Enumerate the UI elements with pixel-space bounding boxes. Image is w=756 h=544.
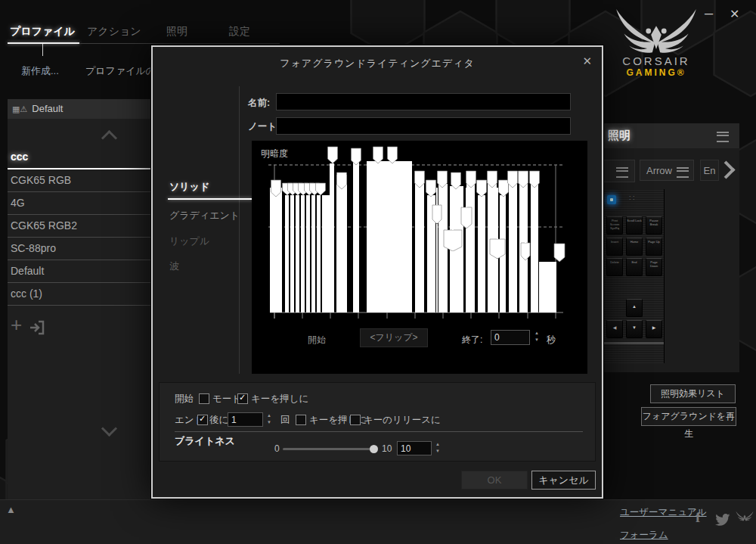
after-checkbox[interactable]	[197, 415, 208, 425]
key-release-checkbox[interactable]	[350, 415, 361, 425]
profile-item[interactable]: 4G	[8, 192, 153, 215]
mode-dropdown[interactable]: Arrow	[640, 160, 694, 181]
repeat-count-stepper[interactable]	[265, 412, 273, 427]
arrow-key[interactable]: ◀	[606, 320, 623, 338]
effect-tab-0[interactable]: ソリッド	[169, 180, 209, 194]
key[interactable]: Pause Break	[646, 216, 662, 235]
forum-link[interactable]: フォーラム	[620, 529, 668, 542]
profile-list: cccCGK65 RGB4GCGK65 RGB2SC-88proDefaultc…	[8, 146, 153, 306]
footer-bar: ▲ ユーザーマニュアル フォーラム f	[0, 499, 756, 544]
main-tab-2[interactable]: 照明	[166, 25, 187, 39]
scroll-up-icon[interactable]	[101, 130, 117, 146]
note-label: ノート:	[248, 120, 280, 133]
main-tab-3[interactable]: 設定	[229, 25, 250, 39]
effect-tab-2[interactable]: リップル	[169, 235, 209, 248]
profile-item[interactable]: Default	[8, 260, 153, 283]
close-button[interactable]: ✕	[730, 7, 739, 21]
menu-icon[interactable]	[717, 132, 729, 142]
effect-tab-3[interactable]: 波	[169, 260, 179, 273]
mode-dropdown-value: Arrow	[646, 165, 672, 176]
brightness-input[interactable]	[397, 441, 432, 455]
main-tab-0[interactable]: プロファイル	[10, 25, 75, 39]
twitter-icon[interactable]	[714, 513, 730, 528]
facebook-icon[interactable]: f	[696, 509, 700, 526]
seconds-label: 秒	[547, 334, 556, 347]
cancel-button[interactable]: キャンセル	[531, 471, 596, 490]
key[interactable]: Delete	[606, 258, 623, 276]
new-profile-button[interactable]: 新作成...	[21, 64, 59, 78]
play-foreground-button[interactable]: フォアグラウンドを再生	[641, 407, 736, 426]
playback-options-panel: 開始 モード キーを押しに エンド 後に 回 キーを押しに キーのリリースに ブ…	[159, 382, 596, 462]
divider	[239, 86, 240, 374]
repeat-count-input[interactable]	[228, 412, 263, 427]
brightness-slider[interactable]	[283, 448, 373, 450]
profile-sidebar: ▦⚠Default cccCGK65 RGB4GCGK65 RGB2SC-88p…	[8, 99, 153, 499]
arrow-key[interactable]: ▲	[626, 299, 643, 317]
profile-item[interactable]: ccc (1)	[8, 283, 153, 306]
profile-item[interactable]: CGK65 RGB	[8, 169, 153, 192]
brightness-min-label: 0	[274, 443, 280, 454]
count-unit-label: 回	[280, 414, 290, 427]
keyboard-bezel	[603, 342, 664, 344]
device-chip-icon: ▦⚠	[12, 104, 27, 113]
mode-checkbox[interactable]	[199, 393, 209, 404]
start-keypress-label: キーを押しに	[251, 393, 308, 406]
effect-tab-1[interactable]: グラディエント	[169, 209, 240, 222]
language-button[interactable]: En	[700, 160, 719, 181]
name-input[interactable]	[276, 93, 571, 110]
note-input[interactable]	[276, 117, 571, 135]
key[interactable]: Page Down	[646, 258, 662, 276]
chevron-right-icon[interactable]	[717, 160, 735, 179]
after-label: 後に	[209, 414, 228, 427]
profile-item[interactable]: SC-88pro	[8, 238, 153, 260]
profile-item[interactable]: CGK65 RGB2	[8, 215, 153, 238]
corsair-mini-icon[interactable]	[735, 510, 754, 522]
lighting-envelope-editor[interactable]: 明暗度 開始 <フリップ> 終了: 秒	[252, 141, 587, 374]
lock-led-icon	[607, 195, 616, 204]
device-menu-button[interactable]	[602, 160, 635, 182]
lighting-panel-tab[interactable]: 照明	[602, 123, 739, 148]
flip-button[interactable]: <フリップ>	[360, 328, 428, 347]
import-profile-icon[interactable]	[29, 320, 45, 335]
end-label: 終了:	[462, 334, 482, 347]
brightness-stepper[interactable]	[434, 441, 442, 456]
dialog-close-icon[interactable]: ✕	[582, 54, 592, 68]
expand-footer-icon[interactable]: ▲	[6, 504, 16, 515]
start-label: 開始	[308, 334, 326, 347]
brand-name: CORSAIR	[605, 54, 708, 67]
led-dots: : :	[629, 194, 635, 201]
end-time-stepper[interactable]	[533, 330, 541, 345]
divider	[175, 431, 583, 432]
key[interactable]: Insert	[606, 238, 623, 256]
minimize-button[interactable]: –	[705, 5, 713, 22]
key[interactable]: End	[626, 258, 643, 276]
tab-pointer	[42, 44, 43, 56]
corsair-logo: CORSAIR GAMING®	[605, 9, 708, 78]
active-effect-tab-underline	[168, 198, 253, 200]
key[interactable]: Print Screen SysRq	[606, 216, 623, 235]
arrow-key[interactable]: ▶	[646, 320, 662, 338]
end-keypress-checkbox[interactable]	[296, 415, 306, 425]
arrow-key[interactable]: ▼	[626, 320, 643, 338]
dialog-title: フォアグラウンドライティングエディタ	[153, 57, 602, 70]
active-tab-underline	[8, 42, 79, 44]
profile-item[interactable]: ccc	[8, 146, 153, 169]
start-keypress-checkbox[interactable]	[237, 393, 248, 404]
key[interactable]: Home	[626, 238, 643, 256]
device-header[interactable]: ▦⚠Default	[8, 99, 153, 119]
lighting-effects-list-button[interactable]: 照明効果リスト	[650, 384, 736, 403]
user-manual-link[interactable]: ユーザーマニュアル	[620, 506, 707, 519]
lighting-tab-label: 照明	[608, 129, 631, 143]
key[interactable]: Page Up	[646, 238, 662, 256]
menu-icon	[616, 167, 628, 178]
brightness-label: ブライトネス	[175, 434, 235, 448]
add-profile-button[interactable]: +	[11, 317, 22, 332]
key[interactable]: Scroll Lock	[626, 216, 643, 235]
scroll-down-icon[interactable]	[101, 421, 117, 437]
keyboard-preview[interactable]: : : Print Screen SysRqScroll LockPause B…	[603, 189, 665, 363]
end-time-input[interactable]	[491, 330, 530, 345]
brightness-slider-handle[interactable]	[370, 445, 378, 453]
main-tab-1[interactable]: アクション	[87, 25, 141, 39]
profile-menu-button[interactable]: プロファイルの	[85, 64, 156, 78]
ok-button[interactable]: OK	[461, 471, 528, 490]
